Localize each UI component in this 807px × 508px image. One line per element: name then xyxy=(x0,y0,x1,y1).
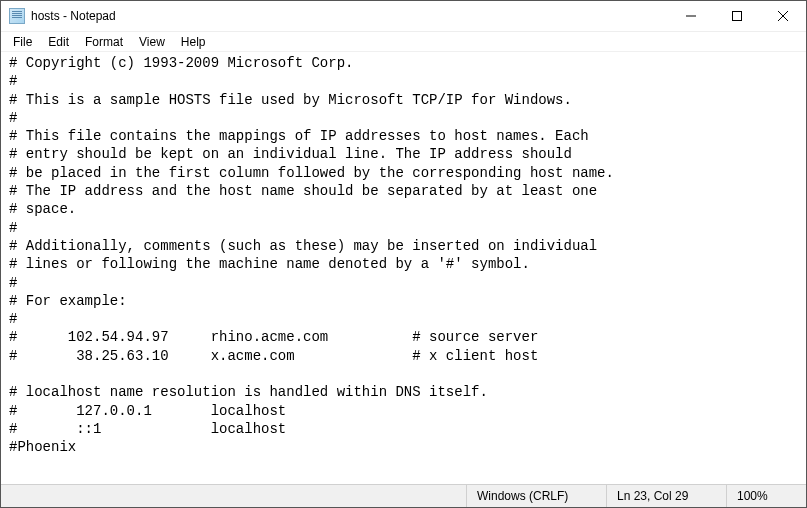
window-title: hosts - Notepad xyxy=(31,9,668,23)
status-line-ending: Windows (CRLF) xyxy=(466,485,606,507)
status-cursor-position: Ln 23, Col 29 xyxy=(606,485,726,507)
menubar: File Edit Format View Help xyxy=(1,32,806,52)
menu-format[interactable]: Format xyxy=(77,33,131,51)
menu-edit[interactable]: Edit xyxy=(40,33,77,51)
maximize-button[interactable] xyxy=(714,1,760,31)
titlebar: hosts - Notepad xyxy=(1,1,806,32)
text-editor[interactable]: # Copyright (c) 1993-2009 Microsoft Corp… xyxy=(1,52,806,484)
statusbar: Windows (CRLF) Ln 23, Col 29 100% xyxy=(1,484,806,507)
status-zoom: 100% xyxy=(726,485,806,507)
menu-help[interactable]: Help xyxy=(173,33,214,51)
close-button[interactable] xyxy=(760,1,806,31)
svg-rect-1 xyxy=(733,12,742,21)
menu-view[interactable]: View xyxy=(131,33,173,51)
window-controls xyxy=(668,1,806,31)
minimize-button[interactable] xyxy=(668,1,714,31)
notepad-icon xyxy=(9,8,25,24)
menu-file[interactable]: File xyxy=(5,33,40,51)
